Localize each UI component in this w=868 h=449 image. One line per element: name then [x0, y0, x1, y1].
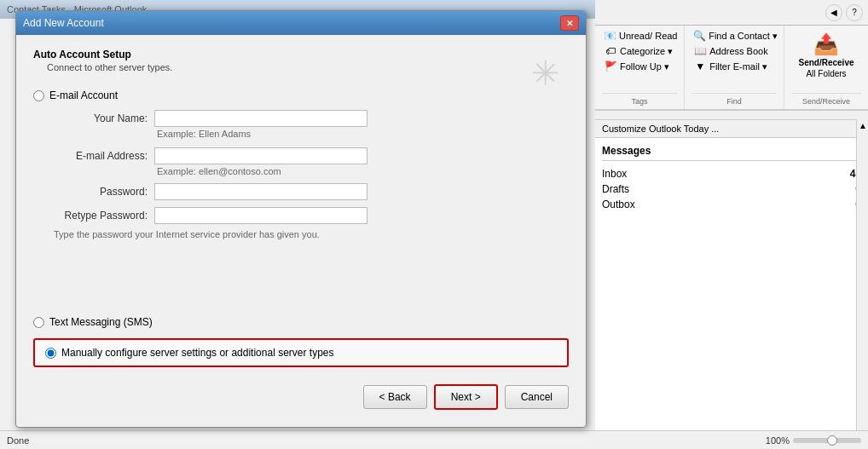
sms-option[interactable]: Text Messaging (SMS): [33, 316, 569, 328]
your-name-label: Your Name:: [54, 112, 148, 124]
modal-body: Auto Account Setup Connect to other serv…: [16, 35, 586, 427]
email-account-label: E-mail Account: [49, 89, 118, 101]
drafts-row: Drafts 0: [602, 181, 861, 197]
send-receive-icon: 📤: [813, 32, 839, 56]
zoom-slider[interactable]: [793, 438, 861, 443]
manual-configure-label: Manually configure server settings or ad…: [61, 347, 334, 359]
modal-title: Add New Account: [23, 17, 104, 29]
ribbon-send-receive-group: 📤 Send/Receive All Folders Send/Receive: [784, 26, 868, 109]
follow-up-button[interactable]: 🚩 Follow Up ▾: [602, 60, 677, 73]
email-address-hint: Example: ellen@contoso.com: [157, 166, 569, 176]
password-label: Password:: [54, 186, 148, 198]
section-subtitle: Connect to other server types.: [47, 62, 569, 72]
your-name-hint: Example: Ellen Adams: [157, 129, 569, 139]
sms-account-label: Text Messaging (SMS): [49, 316, 153, 328]
status-bar: Done 100%: [0, 430, 868, 449]
categorize-button[interactable]: 🏷 Categorize ▾: [602, 44, 677, 58]
send-receive-button[interactable]: 📤 Send/Receive All Folders: [791, 29, 861, 82]
form-content: E-mail Account Your Name: Example: Ellen…: [33, 79, 569, 413]
cancel-button[interactable]: Cancel: [505, 385, 569, 409]
outbox-label: Outbox: [602, 199, 635, 210]
retype-password-group: Retype Password:: [54, 207, 569, 224]
retype-password-input[interactable]: [154, 207, 367, 224]
flag-icon: 🚩: [604, 60, 617, 72]
zoom-area: 100%: [766, 435, 861, 446]
zoom-label: 100%: [766, 435, 790, 446]
outlook-today-panel: Customize Outlook Today ... Messages Inb…: [595, 119, 868, 449]
find-group-label: Find: [692, 93, 777, 106]
scroll-up-btn[interactable]: ▲: [857, 119, 868, 132]
manual-configure-radio[interactable]: [45, 348, 56, 359]
tags-group-label: Tags: [602, 93, 677, 106]
button-row: < Back Next > Cancel: [33, 374, 569, 413]
your-name-input[interactable]: [154, 110, 367, 127]
send-receive-group-label: Send/Receive: [791, 93, 861, 106]
email-address-input[interactable]: [154, 147, 367, 164]
drafts-label: Drafts: [602, 183, 629, 195]
back-button[interactable]: < Back: [363, 385, 427, 409]
nav-back-button[interactable]: ◀: [825, 4, 842, 21]
filter-email-button[interactable]: ▼ Filter E-mail ▾: [692, 60, 777, 73]
inbox-label: Inbox: [602, 168, 627, 180]
email-account-radio[interactable]: [33, 90, 44, 101]
email-account-option[interactable]: E-mail Account: [33, 89, 569, 101]
password-input[interactable]: [154, 183, 367, 200]
ribbon-main: 📧 Unread/ Read 🏷 Categorize ▾ 🚩 Follow U…: [595, 26, 868, 111]
manual-configure-option[interactable]: Manually configure server settings or ad…: [33, 338, 569, 367]
add-new-account-dialog: Add New Account ✕ Auto Account Setup Con…: [15, 10, 587, 428]
email-address-group: E-mail Address:: [54, 147, 569, 164]
outbox-row: Outbox 0: [602, 197, 861, 212]
section-header: Auto Account Setup Connect to other serv…: [33, 49, 569, 72]
password-group: Password:: [54, 183, 569, 200]
messages-title: Messages: [602, 145, 861, 161]
unread-read-button[interactable]: 📧 Unread/ Read: [602, 29, 677, 43]
status-done: Done: [7, 435, 29, 446]
setup-icon: ✳: [531, 54, 560, 93]
your-name-group: Your Name:: [54, 110, 569, 127]
address-book-icon: 📖: [693, 45, 707, 57]
section-title: Auto Account Setup: [33, 49, 569, 60]
close-icon: ✕: [566, 19, 573, 28]
next-button[interactable]: Next >: [434, 384, 498, 410]
ribbon-find-group: 🔍 Find a Contact ▾ 📖 Address Book ▼ Filt…: [685, 26, 784, 109]
filter-email-icon: ▼: [693, 60, 707, 72]
retype-password-label: Retype Password:: [54, 210, 148, 222]
ribbon-top-controls: ◀ ?: [595, 0, 868, 26]
scroll-bar: ▲ ▼: [856, 119, 868, 449]
find-contact-button[interactable]: 🔍 Find a Contact ▾: [692, 29, 777, 43]
modal-titlebar: Add New Account ✕: [16, 11, 586, 35]
messages-section: Messages Inbox 45 Drafts 0 Outbox 0: [595, 138, 868, 219]
ribbon-tags-group: 📧 Unread/ Read 🏷 Categorize ▾ 🚩 Follow U…: [595, 26, 685, 109]
customize-bar: Customize Outlook Today ...: [595, 120, 868, 138]
password-hint: Type the password your Internet service …: [54, 229, 569, 239]
inbox-row: Inbox 45: [602, 166, 861, 181]
find-contact-icon: 🔍: [693, 30, 706, 42]
zoom-thumb: [827, 435, 837, 446]
nav-help-button[interactable]: ?: [846, 4, 863, 21]
unread-icon: 📧: [604, 30, 616, 42]
categorize-icon: 🏷: [604, 45, 617, 57]
sms-account-radio[interactable]: [33, 317, 44, 328]
email-address-label: E-mail Address:: [54, 150, 148, 162]
address-book-button[interactable]: 📖 Address Book: [692, 44, 777, 58]
modal-close-button[interactable]: ✕: [560, 15, 579, 31]
